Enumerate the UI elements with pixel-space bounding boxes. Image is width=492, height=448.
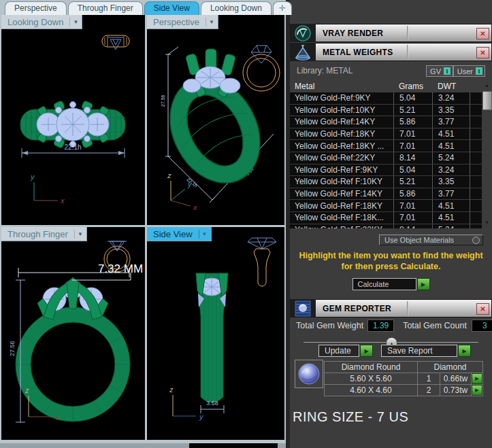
panel-title: GEM REPORTER — [316, 304, 391, 313]
metal-weights-title-bar[interactable]: METAL WEIGHTS ✕ — [316, 43, 492, 61]
viewport-perspective[interactable]: 27.56 22.1h 3.58 — [147, 15, 284, 225]
user-toggle-button[interactable]: User I — [453, 65, 485, 77]
table-row[interactable]: Yellow Gold-Ref:10KY5.213.35 — [290, 105, 482, 116]
table-row[interactable]: Yellow Gold-Ref:18KY ...7.014.51 — [290, 140, 482, 152]
scrollbar-track[interactable] — [482, 91, 491, 219]
chevron-down-icon[interactable]: ▼ — [78, 231, 83, 237]
header-spacer — [470, 80, 482, 92]
table-row[interactable]: Yellow Gold-Ref F:22KY8.145.24 — [290, 224, 482, 228]
header-metal[interactable]: Metal — [290, 80, 393, 92]
viewport-through-finger[interactable]: 27.56 7.32 MM z x Thr — [1, 227, 145, 440]
total-gem-weight-label: Total Gem Weight — [290, 321, 367, 330]
table-row[interactable]: Yellow Gold-Ref:18KY7.014.51 — [290, 128, 482, 140]
vray-title-bar[interactable]: VRAY RENDER ✕ — [316, 24, 492, 42]
gv-toggle-button[interactable]: GV I — [426, 65, 453, 77]
gem-reporter-title-bar[interactable]: GEM REPORTER ✕ — [316, 299, 492, 317]
save-report-button[interactable]: Save Report — [381, 345, 457, 357]
axis-gizmo: z y — [169, 385, 204, 421]
table-row[interactable]: Yellow Gold-Ref:14KY5.863.77 — [290, 116, 482, 128]
use-object-materials-button[interactable]: Use Object Materials — [379, 235, 483, 245]
table-row[interactable]: Yellow Gold-Ref:22KY8.145.24 — [290, 152, 482, 164]
side-panel: VRAY RENDER ✕ METAL WEIGHTS ✕ Libr — [286, 0, 492, 448]
update-go-icon[interactable]: ▶ — [360, 345, 373, 357]
ring-side-view — [196, 273, 228, 404]
chevron-down-icon[interactable]: ▼ — [209, 19, 214, 25]
header-separator — [199, 230, 199, 239]
scroll-up-icon[interactable]: ▲ — [482, 82, 492, 90]
svg-text:27.56: 27.56 — [9, 341, 16, 356]
header-grams[interactable]: Grams — [393, 80, 432, 92]
ring-front-view — [16, 277, 130, 421]
total-gem-count-label: Total Gem Count — [394, 321, 472, 330]
gem-totals-row: Total Gem Weight 1.39 Total Gem Count 3 — [290, 320, 492, 332]
calculate-button[interactable]: Calculate — [352, 278, 416, 290]
panel-title: VRAY RENDER — [316, 29, 383, 38]
table-row[interactable]: Yellow Gold-Ref F:18KY7.014.51 — [290, 200, 482, 211]
viewport-header-through-finger[interactable]: Through Finger ▼ — [1, 227, 87, 241]
view-orientation-icon — [243, 46, 280, 91]
side-view-canvas[interactable]: 3.58 z y — [147, 227, 284, 440]
svg-text:3.58: 3.58 — [206, 400, 218, 407]
panel-title: METAL WEIGHTS — [316, 48, 393, 57]
tab-through-finger[interactable]: Through Finger — [68, 1, 143, 15]
calculate-row: Calculate ▶ — [290, 278, 492, 290]
gem-row-go-icon[interactable]: ▶ — [472, 373, 482, 384]
use-object-materials-label: Use Object Materials — [384, 236, 454, 244]
scroll-down-icon[interactable]: ▼ — [482, 219, 492, 227]
gem-buttons-row: Update ▶ Save Report ▶ — [290, 345, 492, 357]
gem-material-header: Diamond — [418, 362, 483, 373]
tab-looking-down[interactable]: Looking Down — [201, 1, 272, 15]
close-icon[interactable]: ✕ — [476, 47, 489, 58]
close-icon[interactable]: ✕ — [476, 28, 489, 39]
scrollbar-thumb[interactable] — [482, 91, 492, 110]
gem-row[interactable]: 4.60 X 4.60 2 0.73tw ▶ — [325, 385, 483, 396]
through-finger-canvas[interactable]: 27.56 7.32 MM z x — [1, 227, 145, 440]
tab-side-view[interactable]: Side View — [144, 1, 199, 15]
metal-weights-icon — [290, 43, 316, 61]
chevron-down-icon[interactable]: ▼ — [202, 231, 208, 237]
gv-label: GV — [430, 67, 441, 75]
user-indicator: I — [476, 67, 482, 75]
table-row[interactable]: Yellow Gold-Ref F:10KY5.213.35 — [290, 176, 482, 188]
viewport-side-view[interactable]: 3.58 z y Side View ▼ — [147, 227, 284, 440]
add-tab-button[interactable]: ✛ — [273, 1, 292, 15]
layout-tab-bar: Perspective Through Finger Side View Loo… — [0, 0, 286, 15]
save-report-go-icon[interactable]: ▶ — [458, 345, 471, 357]
tab-perspective[interactable]: Perspective — [5, 1, 67, 15]
header-dwt[interactable]: DWT — [432, 80, 470, 92]
gem-row[interactable]: 5.60 X 5.60 1 0.66tw ▶ — [325, 373, 483, 385]
viewport-title: Perspective — [153, 17, 199, 27]
gv-indicator: I — [444, 67, 450, 75]
perspective-canvas[interactable]: 27.56 22.1h 3.58 — [147, 15, 284, 225]
viewport-title: Looking Down — [7, 17, 63, 27]
svg-text:x: x — [55, 413, 60, 421]
bottom-toolbar-segment — [189, 443, 278, 448]
title-bar-divider — [407, 301, 408, 315]
header-separator — [206, 18, 206, 27]
table-row[interactable]: Yellow Gold-Ref:9KY5.043.24 — [290, 92, 482, 104]
radio-icon[interactable] — [472, 237, 480, 244]
viewport-looking-down[interactable]: 22.1h y x Looking Down ▼ — [1, 15, 145, 225]
viewport-header-perspective[interactable]: Perspective ▼ — [147, 15, 218, 29]
viewport-header-looking-down[interactable]: Looking Down ▼ — [1, 15, 82, 29]
vray-render-panel-header[interactable]: VRAY RENDER ✕ — [290, 24, 492, 42]
gem-reporter-panel-header[interactable]: GEM REPORTER ✕ — [290, 299, 492, 317]
metal-weights-panel-header[interactable]: METAL WEIGHTS ✕ — [290, 43, 492, 61]
looking-down-canvas[interactable]: 22.1h y x — [1, 15, 145, 225]
close-icon[interactable]: ✕ — [476, 303, 489, 315]
chevron-down-icon[interactable]: ▼ — [73, 19, 78, 25]
header-separator — [69, 18, 70, 27]
table-row[interactable]: Yellow Gold-Ref F:18K...7.014.51 — [290, 212, 482, 224]
gem-row-go-icon[interactable]: ▶ — [472, 385, 482, 396]
viewport-title: Through Finger — [7, 229, 68, 239]
calculate-go-icon[interactable]: ▶ — [417, 278, 430, 290]
title-bar-divider — [407, 26, 408, 40]
svg-text:z: z — [167, 171, 171, 179]
table-row[interactable]: Yellow Gold-Ref F:9KY5.043.24 — [290, 165, 482, 176]
table-row[interactable]: Yellow Gold-Ref F:14KY5.863.77 — [290, 188, 482, 200]
svg-text:x: x — [60, 196, 65, 205]
viewport-header-side-view[interactable]: Side View ▼ — [147, 227, 212, 241]
library-label: Library: METAL — [297, 66, 352, 75]
update-button[interactable]: Update — [318, 345, 359, 357]
table-scrollbar[interactable]: ▲ ▼ — [482, 80, 492, 228]
